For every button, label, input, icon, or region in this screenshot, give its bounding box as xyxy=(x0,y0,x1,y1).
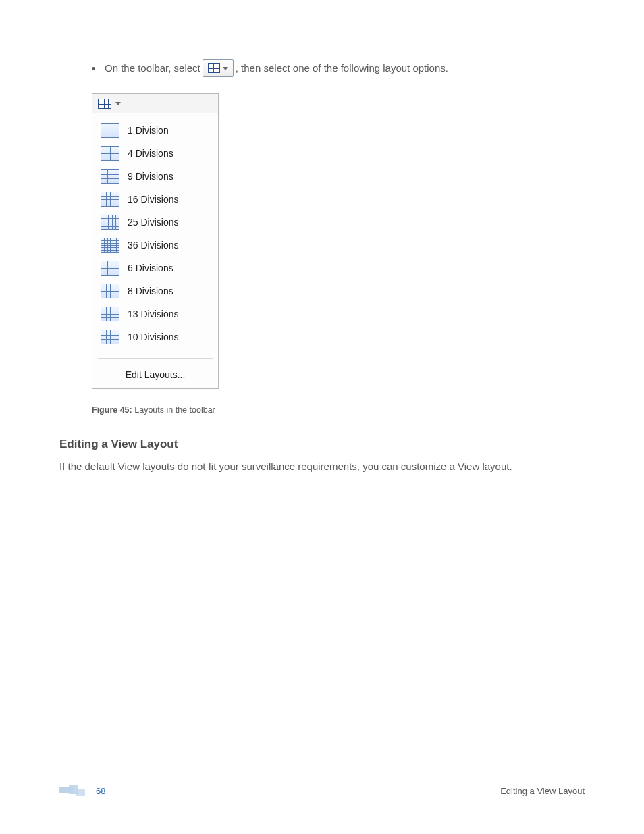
layout-option-item[interactable]: 16 Divisions xyxy=(92,188,218,211)
footer-section-title: Editing a View Layout xyxy=(500,786,585,796)
section-body: If the default View layouts do not fit y… xyxy=(59,461,585,472)
layout-division-icon xyxy=(101,330,119,344)
layout-option-item[interactable]: 9 Divisions xyxy=(92,165,218,188)
layout-option-item[interactable]: 4 Divisions xyxy=(92,142,218,165)
footer-left: 68 xyxy=(59,785,105,797)
bullet-dot-icon xyxy=(92,67,95,70)
menu-separator xyxy=(98,358,213,359)
chevron-down-icon xyxy=(115,102,121,105)
layout-division-icon xyxy=(101,307,119,321)
layout-division-icon xyxy=(101,192,119,207)
layout-option-item[interactable]: 8 Divisions xyxy=(92,280,218,303)
layout-option-label: 9 Divisions xyxy=(128,171,173,182)
layout-dropdown-header-button[interactable] xyxy=(92,94,218,113)
layout-grid-icon xyxy=(98,99,111,109)
layout-option-label: 10 Divisions xyxy=(128,332,178,342)
layout-option-item[interactable]: 25 Divisions xyxy=(92,211,218,234)
page-number: 68 xyxy=(96,786,105,796)
instruction-bullet: On the toolbar, select , then select one… xyxy=(92,59,585,77)
figure-label: Figure 45: xyxy=(92,405,132,415)
layout-option-label: 6 Divisions xyxy=(128,263,173,273)
layout-option-item[interactable]: 13 Divisions xyxy=(92,303,218,325)
page-footer: 68 Editing a View Layout xyxy=(59,783,585,799)
figure-caption-text: Layouts in the toolbar xyxy=(134,405,215,415)
layout-option-label: 8 Divisions xyxy=(128,286,173,296)
layout-dropdown-panel: 1 Division4 Divisions9 Divisions16 Divis… xyxy=(92,93,219,389)
layout-option-item[interactable]: 10 Divisions xyxy=(92,325,218,348)
edit-layouts-menu-item[interactable]: Edit Layouts... xyxy=(92,363,218,388)
layout-division-icon xyxy=(101,261,119,276)
chevron-down-icon xyxy=(223,67,228,70)
layout-division-icon xyxy=(101,146,119,161)
layout-option-item[interactable]: 36 Divisions xyxy=(92,234,218,257)
figure-caption: Figure 45: Layouts in the toolbar xyxy=(92,405,585,415)
layout-option-label: 16 Divisions xyxy=(128,194,178,205)
layout-option-item[interactable]: 6 Divisions xyxy=(92,257,218,280)
layout-grid-icon xyxy=(208,63,220,73)
layout-option-label: 25 Divisions xyxy=(128,217,178,228)
section-heading: Editing a View Layout xyxy=(59,438,585,451)
footer-logo-icon xyxy=(59,785,90,797)
layout-division-icon xyxy=(101,284,119,298)
instruction-prefix: On the toolbar, select xyxy=(105,61,200,76)
layout-division-icon xyxy=(101,215,119,230)
layout-option-label: 4 Divisions xyxy=(128,148,173,159)
instruction-suffix: , then select one of the following layou… xyxy=(236,61,448,76)
edit-layouts-label: Edit Layouts... xyxy=(126,369,186,380)
layout-option-item[interactable]: 1 Division xyxy=(92,119,218,142)
layout-division-icon xyxy=(101,123,119,138)
layout-division-icon xyxy=(101,238,119,253)
layout-options-list: 1 Division4 Divisions9 Divisions16 Divis… xyxy=(92,113,218,354)
layout-toolbar-button-inline[interactable] xyxy=(203,59,234,77)
layout-division-icon xyxy=(101,169,119,184)
layout-option-label: 1 Division xyxy=(128,125,169,136)
layout-option-label: 36 Divisions xyxy=(128,240,178,251)
layout-option-label: 13 Divisions xyxy=(128,309,178,319)
